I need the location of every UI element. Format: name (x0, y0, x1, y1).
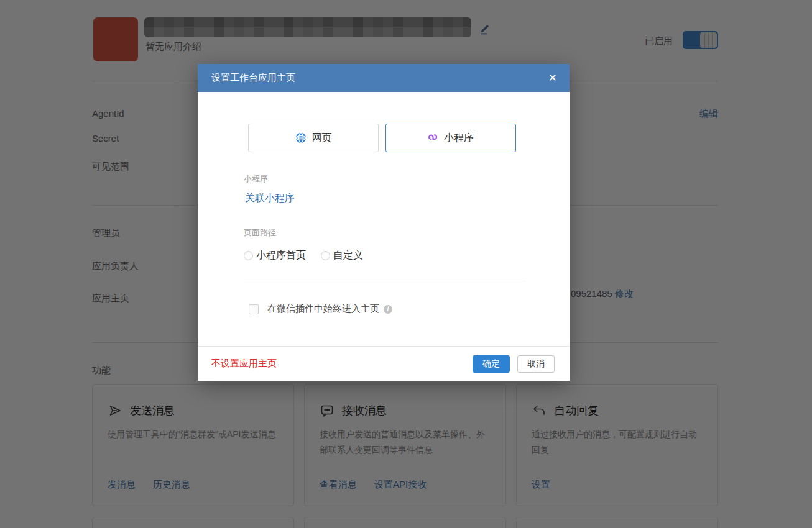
radio-label: 小程序首页 (256, 249, 306, 262)
tab-webpage[interactable]: 网页 (248, 124, 379, 152)
radio-label: 自定义 (333, 249, 363, 262)
divider (244, 281, 527, 281)
close-icon[interactable]: ✕ (548, 73, 557, 83)
no-homepage-link[interactable]: 不设置应用主页 (211, 358, 277, 370)
page-path-label: 页面路径 (244, 227, 276, 239)
miniprogram-icon (428, 133, 438, 143)
info-icon[interactable]: i (384, 305, 392, 314)
radio-custom-path[interactable]: 自定义 (321, 249, 363, 262)
page-path-radio-group: 小程序首页 自定义 (244, 249, 363, 262)
screen: 暂无应用介绍 已启用 AgentId Secret 可见范围 编辑 管理员 应用… (0, 0, 812, 528)
globe-icon (295, 132, 307, 143)
link-miniprogram[interactable]: 关联小程序 (245, 192, 295, 205)
cancel-button[interactable]: 取消 (517, 355, 555, 373)
modal-header: 设置工作台应用主页 ✕ (198, 64, 570, 92)
tab-miniprogram-label: 小程序 (444, 132, 474, 145)
radio-miniprogram-home[interactable]: 小程序首页 (244, 249, 306, 262)
modal-title: 设置工作台应用主页 (211, 72, 295, 84)
miniprogram-field-label: 小程序 (244, 173, 268, 184)
radio-circle-icon (321, 251, 330, 260)
confirm-button[interactable]: 确定 (473, 355, 510, 373)
always-enter-home-checkbox[interactable] (249, 304, 259, 314)
tab-webpage-label: 网页 (312, 132, 332, 145)
modal-footer: 不设置应用主页 确定 取消 (198, 346, 570, 381)
set-homepage-modal: 设置工作台应用主页 ✕ 网页 (198, 64, 570, 381)
radio-circle-icon (244, 251, 253, 260)
checkbox-label: 在微信插件中始终进入主页 (267, 303, 379, 315)
wechat-plugin-checkbox-row: 在微信插件中始终进入主页 i (249, 303, 392, 315)
tab-miniprogram[interactable]: 小程序 (385, 124, 516, 152)
